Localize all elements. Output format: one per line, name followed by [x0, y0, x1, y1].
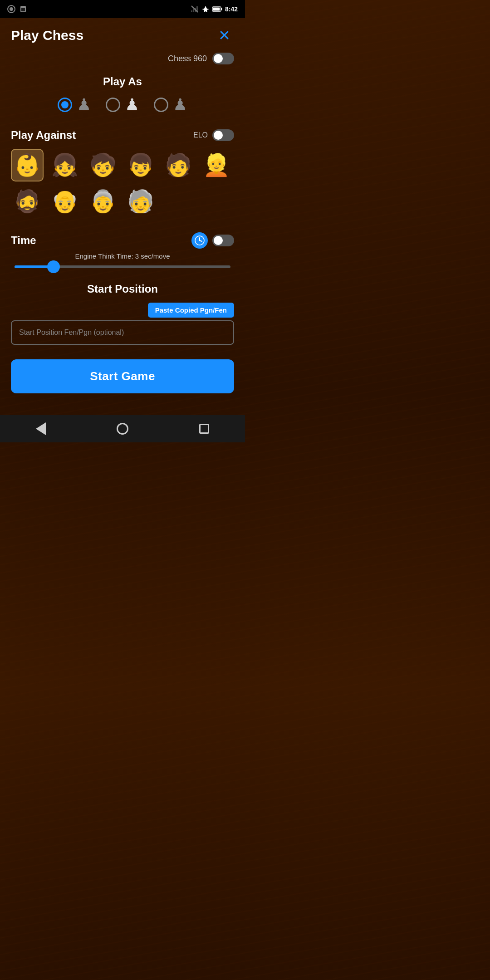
- svg-rect-11: [213, 8, 220, 11]
- play-as-random[interactable]: ♟: [154, 95, 187, 114]
- signal-off-icon: [191, 5, 199, 13]
- status-right-icons: 8:42: [191, 5, 238, 13]
- play-against-title: Play Against: [11, 129, 76, 142]
- home-icon: [117, 423, 128, 435]
- circle-icon: [7, 5, 15, 13]
- airplane-icon: [201, 5, 210, 13]
- avatar-older[interactable]: 🧓: [124, 185, 157, 218]
- radio-white[interactable]: [106, 98, 120, 112]
- start-position-section: Start Position Paste Copied Pgn/Fen: [11, 283, 234, 345]
- avatar-boy[interactable]: 👦: [124, 149, 157, 181]
- back-icon: [36, 422, 46, 435]
- svg-point-1: [10, 7, 13, 11]
- avatar-girl[interactable]: 👧: [49, 149, 81, 181]
- bottom-nav: [0, 415, 245, 442]
- close-button[interactable]: ✕: [214, 25, 234, 45]
- avatar-old-woman[interactable]: 👵: [87, 185, 119, 218]
- fen-input[interactable]: [11, 320, 234, 345]
- battery-icon: [212, 6, 222, 12]
- time-header: Time: [11, 232, 234, 249]
- sim-icon: [19, 5, 27, 13]
- close-icon: ✕: [218, 28, 230, 43]
- play-as-white[interactable]: ♟: [106, 95, 139, 114]
- radio-black[interactable]: [58, 98, 72, 112]
- elo-toggle[interactable]: [212, 129, 234, 141]
- avatar-baby[interactable]: 👶: [11, 149, 44, 181]
- radio-random[interactable]: [154, 98, 168, 112]
- play-as-black[interactable]: ♟: [58, 95, 91, 114]
- slider-thumb[interactable]: [47, 260, 60, 273]
- status-time: 8:42: [225, 5, 238, 13]
- page-title: Play Chess: [11, 28, 83, 43]
- clock-svg: [195, 235, 205, 245]
- avatar-person[interactable]: 🧑: [162, 149, 195, 181]
- status-bar: 8:42: [0, 0, 245, 18]
- header-row: Play Chess ✕: [11, 25, 234, 45]
- black-piece-icon: ♟: [77, 95, 91, 114]
- chess960-row: Chess 960: [11, 53, 234, 64]
- svg-rect-7: [195, 8, 196, 12]
- avatar-bearded[interactable]: 🧔: [11, 185, 44, 218]
- random-piece-icon: ♟: [173, 95, 187, 114]
- time-controls: [191, 232, 234, 249]
- chess960-toggle[interactable]: [212, 53, 234, 64]
- avatar-empty1: [162, 185, 195, 218]
- status-left-icons: [7, 5, 27, 13]
- home-nav-button[interactable]: [109, 415, 136, 442]
- start-position-heading: Start Position: [11, 283, 234, 295]
- avatar-old-man[interactable]: 👴: [49, 185, 81, 218]
- slider-container[interactable]: [15, 265, 230, 268]
- avatar-grid-row1: 👶 👧 🧒 👦 🧑 👱: [11, 149, 234, 181]
- svg-rect-5: [191, 10, 192, 12]
- svg-rect-6: [193, 9, 194, 12]
- clock-icon: [191, 232, 208, 249]
- svg-rect-8: [196, 6, 198, 12]
- main-content: Play Chess ✕ Chess 960 Play As ♟ ♟ ♟ Pla…: [0, 18, 245, 415]
- avatar-grid-row2: 🧔 👴 👵 🧓: [11, 185, 234, 218]
- slider-track: [15, 265, 230, 268]
- avatar-blond[interactable]: 👱: [200, 149, 233, 181]
- play-against-header: Play Against ELO: [11, 129, 234, 142]
- svg-rect-10: [221, 8, 222, 10]
- back-nav-button[interactable]: [27, 415, 54, 442]
- time-toggle[interactable]: [212, 235, 234, 246]
- chess960-label: Chess 960: [168, 54, 207, 64]
- avatar-child[interactable]: 🧒: [87, 149, 119, 181]
- recent-nav-button[interactable]: [191, 415, 218, 442]
- play-as-heading: Play As: [11, 75, 234, 88]
- play-as-row: ♟ ♟ ♟: [11, 95, 234, 114]
- engine-think-label: Engine Think Time: 3 sec/move: [11, 252, 234, 260]
- elo-label: ELO: [193, 131, 208, 139]
- avatar-empty2: [200, 185, 233, 218]
- start-game-button[interactable]: Start Game: [11, 359, 234, 393]
- paste-button[interactable]: Paste Copied Pgn/Fen: [148, 303, 234, 318]
- recent-icon: [199, 424, 209, 434]
- svg-line-14: [200, 240, 202, 241]
- svg-rect-3: [21, 8, 25, 11]
- white-piece-icon: ♟: [125, 95, 139, 114]
- time-title: Time: [11, 234, 36, 247]
- elo-row: ELO: [193, 129, 234, 141]
